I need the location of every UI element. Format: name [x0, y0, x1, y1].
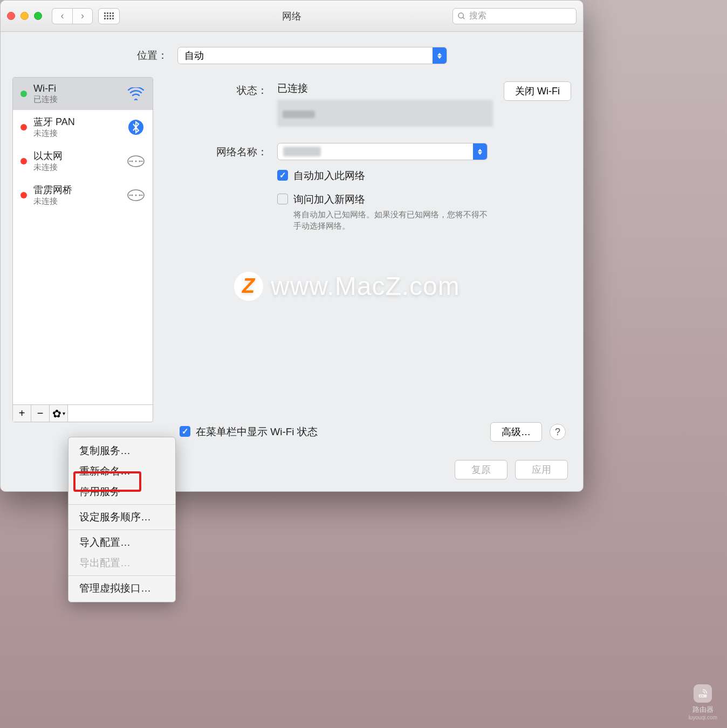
thunderbolt-bridge-icon	[127, 186, 145, 204]
auto-join-label: 自动加入此网络	[293, 169, 365, 183]
service-actions-menu: 复制服务… 重新命名… 停用服务 设定服务顺序… 导入配置… 导出配置… 管理虚…	[68, 437, 176, 602]
watermark-logo-icon: Z	[234, 272, 263, 301]
svg-point-9	[135, 194, 137, 196]
show-menubar-label: 在菜单栏中显示 Wi-Fi 状态	[196, 425, 318, 439]
menu-export-config: 导出配置…	[68, 553, 175, 573]
checkbox-checked-icon	[180, 426, 190, 437]
gear-icon: ✿	[52, 407, 61, 420]
traffic-lights	[7, 12, 42, 20]
menu-disable-service[interactable]: 停用服务	[68, 482, 175, 502]
apply-button[interactable]: 应用	[515, 460, 568, 479]
location-label: 位置：	[137, 49, 168, 63]
status-dot-icon	[20, 158, 27, 164]
search-placeholder: 搜索	[469, 10, 486, 22]
menu-set-service-order[interactable]: 设定服务顺序…	[68, 507, 175, 527]
bottom-options-row: 在菜单栏中显示 Wi-Fi 状态 高级… ?	[168, 422, 578, 442]
nav-buttons: ‹ ›	[52, 8, 93, 24]
wifi-icon	[127, 85, 145, 103]
minimize-window-button[interactable]	[20, 12, 29, 20]
watermark-text: www.MacZ.com	[271, 271, 460, 301]
back-button[interactable]: ‹	[52, 8, 72, 24]
menu-separator	[68, 575, 175, 576]
menu-separator	[68, 530, 175, 530]
svg-point-11	[701, 696, 702, 697]
service-item-thunderbolt[interactable]: 雷雳网桥 未连接	[13, 178, 153, 212]
service-sidebar: Wi-Fi 已连接 蓝牙 PAN 未连接	[12, 77, 153, 422]
corner-url: luyouqi.com	[689, 715, 717, 720]
svg-point-8	[132, 194, 133, 196]
svg-point-10	[139, 194, 141, 196]
titlebar: ‹ › 网络 搜索	[1, 1, 583, 32]
search-field[interactable]: 搜索	[452, 8, 577, 24]
detail-pane: 状态： 已连接 关闭 Wi-Fi 网络名称：	[164, 77, 571, 422]
select-stepper-icon	[473, 143, 487, 160]
redacted-network-name	[283, 147, 321, 156]
checkbox-checked-icon	[277, 170, 288, 181]
router-icon	[694, 684, 712, 703]
sidebar-toolbar: + − ✿▾	[13, 404, 153, 422]
watermark: Z www.MacZ.com	[234, 271, 460, 301]
select-stepper-icon	[433, 47, 447, 64]
menu-separator	[68, 504, 175, 505]
network-name-label: 网络名称：	[164, 143, 277, 160]
revert-button[interactable]: 复原	[455, 460, 507, 479]
service-name: 雷雳网桥	[33, 183, 120, 196]
service-name: 蓝牙 PAN	[33, 115, 120, 128]
chevron-down-icon: ▾	[63, 410, 65, 416]
status-dot-icon	[20, 91, 27, 97]
svg-point-12	[702, 696, 703, 697]
turn-wifi-off-button[interactable]: 关闭 Wi-Fi	[504, 81, 571, 101]
redacted-connection-info	[277, 100, 493, 127]
status-value: 已连接	[277, 81, 493, 95]
help-button[interactable]: ?	[550, 424, 566, 440]
service-list: Wi-Fi 已连接 蓝牙 PAN 未连接	[13, 78, 153, 404]
zoom-window-button[interactable]	[34, 12, 42, 20]
auto-join-checkbox-row[interactable]: 自动加入此网络	[277, 169, 571, 183]
corner-watermark: 路由器 luyouqi.com	[689, 684, 717, 720]
location-value: 自动	[184, 49, 204, 62]
grid-icon	[104, 12, 114, 19]
add-service-button[interactable]: +	[13, 405, 31, 422]
bluetooth-icon	[127, 118, 145, 136]
svg-line-1	[463, 17, 464, 19]
status-dot-icon	[20, 124, 27, 131]
status-dot-icon	[20, 192, 27, 198]
network-name-select[interactable]	[277, 143, 488, 160]
service-item-ethernet[interactable]: 以太网 未连接	[13, 144, 153, 178]
service-status: 已连接	[33, 94, 120, 105]
menu-rename-service[interactable]: 重新命名…	[68, 461, 175, 482]
menu-manage-virtual-interfaces[interactable]: 管理虚拟接口…	[68, 578, 175, 599]
service-name: 以太网	[33, 149, 120, 162]
close-window-button[interactable]	[7, 12, 15, 20]
checkbox-unchecked-icon	[277, 194, 288, 204]
window-title: 网络	[282, 10, 301, 23]
service-item-wifi[interactable]: Wi-Fi 已连接	[13, 78, 153, 110]
menu-duplicate-service[interactable]: 复制服务…	[68, 441, 175, 461]
ask-join-checkbox-row[interactable]: 询问加入新网络 将自动加入已知网络。如果没有已知网络，您将不得不手动选择网络。	[277, 193, 571, 231]
forward-button[interactable]: ›	[72, 8, 93, 24]
footer-buttons: 复原 应用	[455, 460, 568, 479]
svg-point-5	[135, 160, 137, 162]
service-actions-button[interactable]: ✿▾	[50, 405, 68, 422]
network-prefs-window: ‹ › 网络 搜索 位置： 自动 Wi-Fi 已连接	[0, 0, 584, 492]
service-name: Wi-Fi	[33, 83, 120, 94]
show-menubar-checkbox-row[interactable]: 在菜单栏中显示 Wi-Fi 状态	[180, 425, 318, 439]
service-item-bluetooth[interactable]: 蓝牙 PAN 未连接	[13, 110, 153, 144]
ethernet-icon	[127, 152, 145, 170]
advanced-button[interactable]: 高级…	[490, 422, 542, 442]
remove-service-button[interactable]: −	[31, 405, 50, 422]
status-label: 状态：	[164, 81, 277, 127]
svg-point-6	[139, 160, 141, 162]
service-status: 未连接	[33, 196, 120, 207]
menu-import-config[interactable]: 导入配置…	[68, 532, 175, 553]
location-select[interactable]: 自动	[177, 47, 447, 64]
location-row: 位置： 自动	[1, 32, 583, 77]
ask-join-label: 询问加入新网络	[293, 193, 493, 207]
corner-label: 路由器	[689, 705, 717, 715]
service-status: 未连接	[33, 162, 120, 173]
svg-point-0	[458, 13, 463, 18]
show-all-button[interactable]	[98, 8, 120, 24]
search-icon	[457, 12, 466, 20]
ask-join-help: 将自动加入已知网络。如果没有已知网络，您将不得不手动选择网络。	[293, 209, 493, 231]
service-status: 未连接	[33, 128, 120, 139]
